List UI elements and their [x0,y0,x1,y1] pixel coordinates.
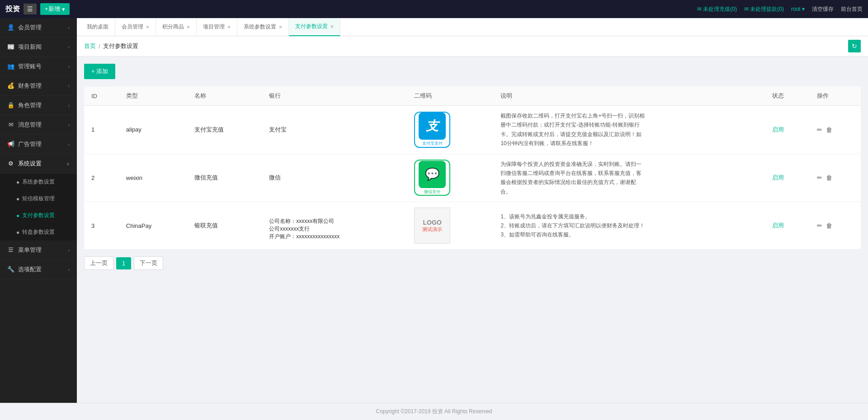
cell-id: 1 [84,106,119,154]
unprocessed-withdrawal-link[interactable]: ✉ 未处理提款(0) [744,5,784,13]
edit-button[interactable]: ✏ [817,126,822,133]
cell-bank: 公司名称：xxxxxx有限公司 公司xxxxxxx支行 开户账户：xxxxxxx… [262,202,407,250]
col-action: 操作 [810,86,861,106]
tab-dashboard[interactable]: 我的桌面 [80,18,115,36]
tab-close-system-params[interactable]: × [279,24,282,30]
topbar: 投资 ☰ +新增 ▾ ✉ 未处理充值(0) ✉ 未处理提款(0) root ▾ … [0,0,868,18]
footer: Copyright ©2017-2019 投资 All Rights Reser… [0,403,868,420]
add-button[interactable]: + 添加 [84,64,115,79]
chevron-right-icon: ‹ [68,123,70,127]
prev-page-button[interactable]: 上一页 [84,256,113,270]
sidebar-item-ads[interactable]: 📢 广告管理 ‹ [0,135,77,154]
col-type: 类型 [119,86,187,106]
submenu-item-wheel-params[interactable]: ● 转盘参数设置 [0,224,77,241]
sidebar-item-project-news[interactable]: 📰 项目新闻 ‹ [0,38,77,57]
unprocessed-recharge-link[interactable]: ✉ 未处理充值(0) [697,5,737,13]
status-badge: 启用 [772,126,784,133]
sidebar-item-options[interactable]: 🔧 选项配置 ‹ [0,260,77,279]
main-area: 我的桌面 会员管理 × 积分商品 × 项目管理 × 系统参数设置 × 支付参数设… [77,18,868,403]
sidebar-item-menu-management[interactable]: ☰ 菜单管理 ‹ [0,241,77,260]
cell-status: 启用 [765,154,810,202]
ads-icon: 📢 [7,141,14,148]
tab-project-management[interactable]: 项目管理 × [197,18,237,36]
tab-payment-params[interactable]: 支付参数设置 × [289,18,340,36]
payment-table: ID 类型 名称 银行 二维码 说明 状态 操作 [84,86,861,249]
col-name: 名称 [187,86,262,106]
user-menu[interactable]: root ▾ [791,6,805,12]
cell-name: 银联充值 [187,202,262,250]
logo-text: LOGO [423,219,442,226]
pagination: 上一页 1 下一页 [84,256,861,270]
tab-system-params[interactable]: 系统参数设置 × [237,18,289,36]
wechat-icon: 💬 [425,167,439,181]
frontend-home-button[interactable]: 前台首页 [841,5,863,13]
news-icon: 📰 [7,43,14,51]
tab-close-project[interactable]: × [227,24,231,30]
sidebar-item-system-settings[interactable]: ⚙ 系统设置 ∨ [0,154,77,174]
system-settings-submenu: ● 系统参数设置 ● 矩信模板管理 ● 支付参数设置 ● 转盘参数设置 [0,174,77,241]
col-desc: 说明 [493,86,765,106]
member-icon: 👤 [7,24,14,31]
breadcrumb-separator: / [99,43,100,50]
sidebar-item-message[interactable]: ✉ 消息管理 ‹ [0,115,77,135]
logo-demo: 测试演示 [422,226,442,233]
cell-type: weixin [119,154,187,202]
cell-type: ChinaPay [119,202,187,250]
topbar-left: 投资 ☰ +新增 ▾ [5,3,70,15]
cell-actions: ✏ 🗑 [810,106,861,154]
tab-points-shop[interactable]: 积分商品 × [156,18,197,36]
finance-icon: 💰 [7,82,14,90]
tab-close-member[interactable]: × [146,24,149,30]
alipay-qr: 支 支付宝支付 [414,112,450,148]
alipay-label: 支付宝支付 [422,141,443,146]
status-badge: 启用 [772,174,784,181]
cell-actions: ✏ 🗑 [810,154,861,202]
sidebar-item-member-management[interactable]: 👤 会员管理 ‹ [0,18,77,38]
cell-desc: 为保障每个投资人的投资资金准确无误，实时到账。请扫一扫微信客服二维码或查询平台在… [493,154,765,202]
breadcrumb-bar: 首页 / 支付参数设置 ↻ [77,36,868,57]
table-row: 1 alipay 支付宝充值 支付宝 支 支付宝支付 [84,106,861,154]
breadcrumb: 首页 / 支付参数设置 [84,42,138,50]
next-page-button[interactable]: 下一页 [134,256,163,270]
current-page[interactable]: 1 [116,257,131,269]
chinapay-desc: 1、该账号为兆鑫金投专属充值服务。 2、转账成功后，请在下方填写汇款说明以便财务… [500,212,645,240]
tab-close-payment-params[interactable]: × [330,24,334,29]
col-status: 状态 [765,86,810,106]
sidebar-item-manage-accounts[interactable]: 👥 管理账号 ‹ [0,57,77,76]
submenu-item-sms-template[interactable]: ● 矩信模板管理 [0,190,77,207]
wechat-label: 微信支付 [424,189,440,195]
refresh-button[interactable]: ↻ [848,40,861,52]
delete-button[interactable]: 🗑 [826,126,832,133]
sidebar-item-finance[interactable]: 💰 财务管理 ‹ [0,76,77,96]
action-buttons: ✏ 🗑 [817,126,854,133]
submenu-item-payment-params[interactable]: ● 支付参数设置 [0,207,77,224]
content-area: 首页 / 支付参数设置 ↻ + 添加 ID 类型 名称 [77,36,868,403]
delete-button[interactable]: 🗑 [826,174,832,181]
chevron-right-icon: ‹ [68,142,70,147]
tab-member-management[interactable]: 会员管理 × [115,18,156,36]
add-new-button[interactable]: +新增 ▾ [40,3,70,15]
wechat-desc: 为保障每个投资人的投资资金准确无误，实时到账。请扫一扫微信客服二维码或查询平台在… [500,160,645,197]
chevron-right-icon: ‹ [68,25,70,30]
topbar-right: ✉ 未处理充值(0) ✉ 未处理提款(0) root ▾ 清空缓存 前台首页 [697,5,863,13]
action-buttons: ✏ 🗑 [817,222,854,229]
sidebar-item-role-management[interactable]: 🔒 角色管理 ‹ [0,96,77,115]
cell-bank: 支付宝 [262,106,407,154]
breadcrumb-home[interactable]: 首页 [84,42,96,50]
edit-button[interactable]: ✏ [817,174,822,181]
menu-toggle-button[interactable]: ☰ [24,4,37,14]
clear-cache-button[interactable]: 清空缓存 [812,5,834,13]
logo-qr: LOGO 测试演示 [414,208,450,244]
submenu-item-system-params[interactable]: ● 系统参数设置 [0,174,77,190]
delete-button[interactable]: 🗑 [826,222,832,229]
edit-button[interactable]: ✏ [817,222,822,229]
data-table: ID 类型 名称 银行 二维码 说明 状态 操作 [84,86,861,249]
dot-icon: ● [16,196,19,202]
tab-close-points[interactable]: × [187,24,190,30]
cell-id: 3 [84,202,119,250]
alipay-desc: 截图保存收款二维码，打开支付宝右上角+号扫一扫，识别相册中二维码付款；或打开支付… [500,111,645,148]
chevron-right-icon: ‹ [68,84,70,89]
cell-desc: 1、该账号为兆鑫金投专属充值服务。 2、转账成功后，请在下方填写汇款说明以便财务… [493,202,765,250]
accounts-icon: 👥 [7,63,14,70]
table-row: 3 ChinaPay 银联充值 公司名称：xxxxxx有限公司 公司xxxxxx… [84,202,861,250]
